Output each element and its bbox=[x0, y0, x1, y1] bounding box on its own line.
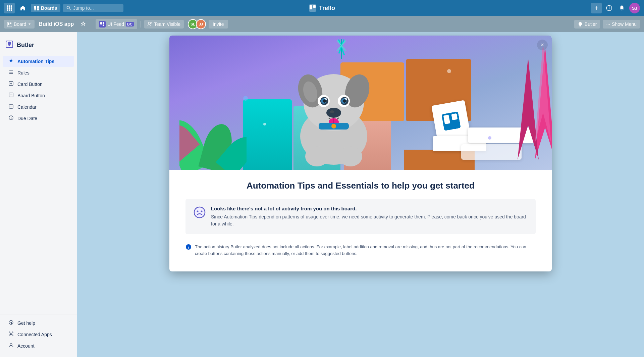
info-button[interactable] bbox=[604, 3, 614, 13]
board-button-icon bbox=[8, 93, 14, 98]
svg-point-83 bbox=[305, 146, 329, 166]
trello-logo: Trello bbox=[309, 4, 335, 12]
top-navigation: Boards Jump to... Trello + bbox=[0, 0, 644, 16]
board-dropdown-button[interactable]: Board bbox=[4, 20, 35, 29]
get-help-label: Get help bbox=[17, 320, 35, 326]
svg-point-82 bbox=[331, 124, 336, 129]
avatar-jj[interactable]: JJ bbox=[196, 19, 206, 29]
svg-line-14 bbox=[69, 9, 71, 10]
sidebar-item-connected-apps[interactable]: Connected Apps bbox=[3, 329, 74, 340]
note-text: The action history Butler analyzed does … bbox=[195, 244, 536, 257]
user-avatar[interactable]: SJ bbox=[629, 3, 640, 13]
board-members: SL JJ bbox=[188, 19, 206, 29]
sidebar-item-card-button[interactable]: Card Button bbox=[3, 79, 74, 90]
search-placeholder: Jump to... bbox=[73, 5, 94, 11]
butler-button[interactable]: Butler bbox=[574, 20, 600, 29]
svg-point-78 bbox=[330, 110, 334, 113]
sidebar-item-automation-tips[interactable]: Automation Tips bbox=[3, 56, 74, 67]
svg-point-52 bbox=[9, 335, 10, 336]
account-icon bbox=[8, 343, 14, 349]
card-button-icon bbox=[8, 81, 14, 87]
svg-rect-61 bbox=[451, 113, 458, 120]
sad-face-icon bbox=[194, 206, 206, 221]
sidebar-item-account[interactable]: Account bbox=[3, 340, 74, 351]
svg-rect-0 bbox=[7, 5, 8, 7]
svg-rect-31 bbox=[9, 45, 10, 46]
svg-point-86 bbox=[197, 211, 199, 212]
svg-point-75 bbox=[323, 99, 326, 103]
info-box-description: Since Automation Tips depend on patterns… bbox=[211, 213, 528, 227]
svg-point-58 bbox=[10, 344, 12, 346]
svg-rect-25 bbox=[103, 22, 104, 24]
svg-line-56 bbox=[10, 335, 11, 335]
svg-rect-9 bbox=[34, 6, 36, 9]
info-box: Looks like there's not a lot of activity… bbox=[185, 199, 536, 234]
butler-modal: × bbox=[169, 36, 552, 271]
svg-text:?: ? bbox=[11, 321, 12, 324]
invite-button[interactable]: Invite bbox=[209, 20, 228, 29]
automation-tips-label: Automation Tips bbox=[17, 59, 54, 64]
svg-point-28 bbox=[150, 22, 152, 24]
butler-label: Butler bbox=[585, 21, 597, 27]
due-date-label: Due Date bbox=[17, 116, 37, 121]
star-button[interactable] bbox=[78, 19, 89, 30]
uifeed-button[interactable]: UI Feed BC bbox=[96, 19, 137, 29]
team-visible-label: Team Visible bbox=[154, 21, 180, 27]
svg-rect-12 bbox=[34, 9, 36, 10]
due-date-icon bbox=[8, 115, 14, 121]
get-help-icon: ? bbox=[8, 320, 14, 326]
show-menu-dots: ··· bbox=[606, 21, 610, 27]
show-menu-label: Show Menu bbox=[612, 21, 637, 27]
svg-rect-26 bbox=[103, 24, 104, 26]
board-toolbar: Board Build iOS app UI Feed BC Team Visi… bbox=[0, 16, 644, 32]
search-bar[interactable]: Jump to... bbox=[63, 4, 123, 12]
account-label: Account bbox=[17, 343, 35, 349]
svg-rect-10 bbox=[37, 6, 39, 8]
note-icon: i bbox=[185, 244, 192, 251]
sidebar-item-due-date[interactable]: Due Date bbox=[3, 113, 74, 124]
dog-illustration bbox=[283, 42, 384, 170]
svg-rect-5 bbox=[11, 7, 12, 9]
svg-line-57 bbox=[12, 335, 12, 335]
boards-button[interactable]: Boards bbox=[31, 4, 60, 12]
butler-sidebar: Butler Automation Tips bbox=[0, 32, 77, 357]
sidebar-item-get-help[interactable]: ? Get help bbox=[3, 317, 74, 328]
svg-rect-17 bbox=[313, 5, 316, 8]
sidebar-navigation: Automation Tips Rules bbox=[0, 55, 77, 314]
sidebar-bottom: ? Get help bbox=[0, 314, 77, 352]
card-button-label: Card Button bbox=[17, 82, 43, 87]
svg-rect-7 bbox=[9, 9, 10, 11]
svg-line-55 bbox=[12, 333, 12, 334]
sidebar-item-rules[interactable]: Rules bbox=[3, 67, 74, 78]
svg-rect-1 bbox=[9, 5, 10, 7]
automation-tips-icon bbox=[8, 58, 14, 64]
svg-rect-24 bbox=[100, 22, 102, 24]
right-panel: × bbox=[77, 32, 644, 357]
modal-overlay: × bbox=[77, 32, 644, 357]
svg-rect-23 bbox=[10, 22, 11, 24]
team-visible-button[interactable]: Team Visible bbox=[144, 20, 184, 29]
sidebar-item-board-button[interactable]: Board Button bbox=[3, 90, 74, 101]
main-area: Butler Automation Tips bbox=[0, 32, 644, 357]
grid-menu-button[interactable] bbox=[4, 3, 15, 13]
svg-rect-6 bbox=[7, 9, 8, 11]
show-menu-button[interactable]: ··· Show Menu bbox=[603, 20, 640, 29]
svg-rect-3 bbox=[7, 7, 8, 9]
rules-icon bbox=[8, 70, 14, 75]
home-button[interactable] bbox=[17, 3, 28, 13]
hero-image bbox=[169, 36, 552, 170]
confetti-dot-1 bbox=[243, 96, 248, 101]
svg-point-27 bbox=[148, 22, 150, 24]
rules-label: Rules bbox=[17, 70, 30, 75]
calendar-icon bbox=[8, 104, 14, 110]
modal-close-button[interactable]: × bbox=[537, 40, 548, 50]
boards-label: Boards bbox=[41, 5, 57, 11]
svg-point-13 bbox=[67, 6, 70, 9]
info-box-title: Looks like there's not a lot of activity… bbox=[211, 206, 528, 211]
sidebar-item-calendar[interactable]: Calendar bbox=[3, 101, 74, 112]
board-name: Build iOS app bbox=[37, 21, 75, 27]
notifications-button[interactable] bbox=[616, 3, 627, 13]
add-button[interactable]: + bbox=[591, 3, 602, 13]
svg-rect-2 bbox=[11, 5, 12, 7]
svg-rect-4 bbox=[9, 7, 10, 9]
